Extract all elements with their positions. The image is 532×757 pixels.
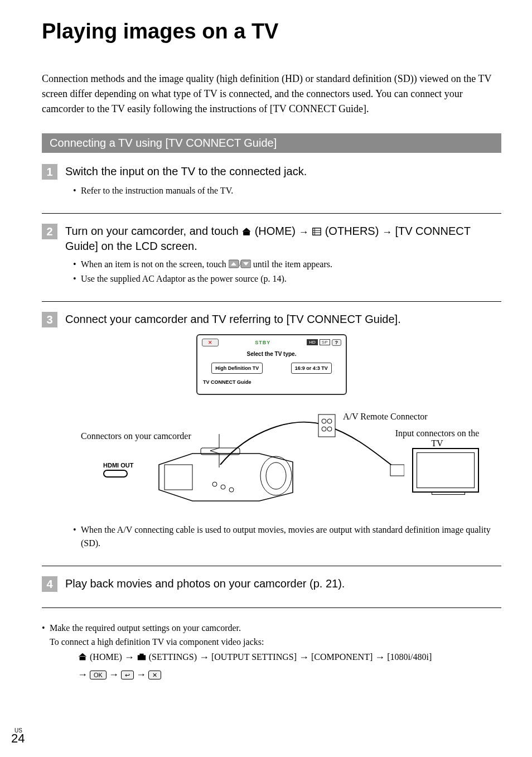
step-4: 4 Play back movies and photos on your ca…	[42, 576, 501, 600]
bottom-notes: Make the required output settings on you…	[42, 621, 501, 683]
path-output-label: [OUTPUT SETTINGS]	[211, 652, 299, 662]
svg-rect-14	[318, 414, 335, 437]
lcd-hd-badge: HD	[307, 339, 318, 345]
toolbox-settings-icon	[137, 650, 147, 659]
arrow-icon: →	[109, 669, 119, 680]
lcd-close-button-graphic: ✕	[202, 339, 219, 346]
hdmi-out-label: HDMI OUT	[103, 462, 133, 478]
path-settings-label: (SETTINGS)	[149, 652, 199, 662]
step-2-home-label: (HOME)	[255, 225, 299, 237]
connection-diagram: Connectors on your camcorder A/V Remote …	[59, 406, 485, 518]
close-button-icon: ✕	[148, 671, 161, 679]
step-number-3: 3	[42, 312, 57, 327]
step-number-2: 2	[42, 224, 57, 239]
toolbox-icon	[312, 225, 322, 234]
page-title: Playing images on a TV	[42, 20, 501, 44]
arrow-icon: →	[299, 652, 309, 663]
svg-rect-20	[138, 655, 146, 660]
divider	[42, 301, 501, 302]
page-num-value: 24	[11, 731, 25, 745]
lcd-tv-connect-label: TV CONNECT Guide	[197, 379, 346, 385]
step-2-title: Turn on your camcorder, and touch (HOME)…	[65, 224, 501, 253]
divider	[42, 566, 501, 566]
svg-rect-0	[313, 228, 321, 235]
step-2: 2 Turn on your camcorder, and touch (HOM…	[42, 224, 501, 293]
step-2-bullet-1-suffix: until the item appears.	[253, 259, 332, 269]
bottom-line1: Make the required output settings on you…	[50, 623, 241, 633]
divider	[42, 213, 501, 214]
arrow-icon: →	[375, 652, 385, 663]
bottom-line2: To connect a high definition TV via comp…	[50, 637, 264, 647]
svg-rect-9	[165, 465, 192, 490]
settings-path: (HOME) → (SETTINGS) → [OUTPUT SETTINGS] …	[50, 649, 501, 683]
arrow-icon: →	[382, 226, 392, 238]
path-home-label: (HOME)	[90, 652, 124, 662]
hdmi-port-icon	[103, 470, 128, 478]
page-number: US 24	[11, 727, 25, 746]
lcd-stby-indicator: STBY	[255, 340, 270, 345]
step-4-title: Play back movies and photos on your camc…	[65, 576, 345, 591]
up-down-icon: /	[229, 259, 251, 272]
lcd-sp-badge: SP	[320, 339, 330, 345]
camcorder-lcd-screen: ✕ STBY HD SP ? Select the TV type. High …	[196, 334, 347, 395]
arrow-icon: →	[299, 226, 309, 238]
cable-illustration	[215, 409, 404, 498]
bracket-icon	[209, 434, 220, 467]
intro-paragraph: Connection methods and the image quality…	[42, 71, 501, 117]
step-2-text-pre: Turn on your camcorder, and touch	[65, 225, 241, 237]
lcd-help-button-graphic: ?	[332, 339, 342, 346]
step-2-bullet-2: Use the supplied AC Adaptor as the power…	[73, 272, 501, 286]
section-heading: Connecting a TV using [TV CONNECT Guide]	[42, 133, 501, 153]
step-3: 3 Connect your camcorder and TV referrin…	[42, 312, 501, 558]
step-2-bullet-1-text: When an item is not on the screen, touch	[81, 259, 229, 269]
divider	[42, 607, 501, 608]
arrow-icon: →	[136, 669, 146, 680]
hdmi-out-text: HDMI OUT	[103, 462, 133, 469]
ok-button-icon: OK	[90, 671, 107, 679]
step-3-bullet: When the A/V connecting cable is used to…	[73, 523, 501, 550]
step-1-title: Switch the input on the TV to the connec…	[65, 164, 307, 179]
diag-connectors-label: Connectors on your camcorder	[81, 431, 191, 441]
arrow-icon: →	[124, 652, 134, 663]
arrow-icon: →	[199, 652, 209, 663]
lcd-prompt-text: Select the TV type.	[197, 351, 346, 357]
path-component-label: [COMPONENT]	[311, 652, 375, 662]
path-resolution-label: [1080i/480i]	[387, 652, 432, 662]
lcd-169-tv-button-graphic: 16:9 or 4:3 TV	[291, 363, 332, 374]
step-2-bullet-1: When an item is not on the screen, touch…	[73, 258, 501, 272]
lcd-hd-tv-button-graphic: High Definition TV	[211, 363, 263, 374]
step-3-title: Connect your camcorder and TV referring …	[65, 312, 401, 326]
arrow-icon: →	[78, 669, 88, 680]
step-number-1: 1	[42, 164, 57, 180]
tv-illustration	[412, 448, 485, 495]
svg-rect-19	[390, 465, 404, 476]
step-1-bullet: Refer to the instruction manuals of the …	[73, 184, 501, 197]
home-icon	[241, 225, 252, 234]
svg-rect-21	[139, 654, 143, 656]
home-icon	[78, 650, 88, 659]
step-1: 1 Switch the input on the TV to the conn…	[42, 164, 501, 205]
step-number-4: 4	[42, 576, 57, 592]
step-2-others-label: (OTHERS)	[325, 225, 382, 237]
back-button-icon: ↩	[121, 671, 134, 679]
